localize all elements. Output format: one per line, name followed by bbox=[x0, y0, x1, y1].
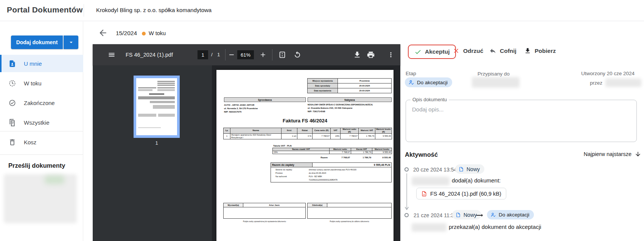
seller-details: AUTO - ARTIX JASIC ARTUR ul. Norwida 2, … bbox=[224, 104, 306, 114]
document-icon bbox=[459, 167, 464, 172]
zoom-out-icon[interactable] bbox=[228, 51, 235, 59]
print-icon[interactable] bbox=[367, 51, 375, 59]
sketch-line bbox=[149, 93, 164, 95]
pdf-content-area: Miejsce wystawienia Przemków Data sprzed… bbox=[212, 65, 400, 241]
status-label: W toku bbox=[149, 30, 166, 36]
page-total: 1 bbox=[217, 52, 220, 57]
sketch-line bbox=[153, 105, 175, 109]
sketch-line bbox=[138, 127, 161, 128]
page-number-input[interactable] bbox=[198, 50, 208, 59]
download-icon[interactable] bbox=[353, 51, 361, 59]
pdf-page: Miejsce wystawienia Przemków Data sprzed… bbox=[216, 70, 394, 241]
vat-cell: 1 786,79 bbox=[351, 151, 372, 154]
add-document-button[interactable]: Dodaj dokument bbox=[11, 36, 63, 49]
menu-icon[interactable] bbox=[108, 51, 115, 59]
status-badge-label: Do akceptacji bbox=[499, 212, 529, 218]
arrow-right-icon bbox=[475, 211, 484, 219]
zoom-level[interactable]: 61% bbox=[237, 50, 254, 59]
meta-value: 25-05-2024 bbox=[338, 88, 392, 93]
rotate-icon[interactable] bbox=[293, 51, 302, 59]
add-document-dropdown-button[interactable] bbox=[64, 36, 78, 49]
attachment-chip[interactable]: FS 46_2024 (1).pdf (60,9 kB) bbox=[416, 188, 506, 199]
pdf-toolbar: FS 46_2024 (1).pdf / 1 61% bbox=[93, 44, 400, 65]
stage-badge-label: Do akceptacji bbox=[417, 80, 448, 85]
payment-account-label: Na rachunek bbox=[271, 175, 309, 178]
payment-words-value: dziewięć tysięcy pięćset pięćdziesiąt pi… bbox=[309, 168, 356, 171]
item-cell: Wynajem apartamentu 420 Nosalowy Dwor Re… bbox=[230, 133, 282, 139]
sidebar-item-w-toku[interactable]: W toku bbox=[0, 74, 83, 92]
status-badge-nowy: Nowy bbox=[455, 164, 484, 174]
undo-button-label: Cofnij bbox=[500, 48, 516, 54]
more-vert-icon[interactable] bbox=[387, 51, 395, 59]
sidebar-item-label: Zakończone bbox=[24, 100, 55, 106]
items-header: Nazwa bbox=[230, 128, 282, 134]
vat-header: Kwota VAT bbox=[351, 148, 372, 151]
toolbar-divider bbox=[272, 49, 272, 60]
vat-table-caption: Tabela VAT - PLN bbox=[273, 145, 292, 147]
item-cell: 9 555,46 bbox=[375, 133, 392, 139]
vat-cell: 23% bbox=[273, 151, 330, 154]
item-cell: 1 bbox=[224, 133, 230, 139]
redacted-creator bbox=[605, 79, 641, 87]
contact-document-icon bbox=[8, 60, 16, 68]
issuer-signature-box bbox=[223, 207, 306, 219]
vat-total-vat: 1 786,79 bbox=[351, 156, 372, 159]
items-header: Rabat bbox=[297, 128, 313, 134]
topbar-divider bbox=[84, 4, 84, 17]
back-arrow-icon[interactable] bbox=[98, 28, 108, 38]
add-document-split-button: Dodaj dokument bbox=[11, 36, 78, 49]
check-icon bbox=[414, 48, 422, 56]
activity-sort-control[interactable]: Najpierw najstarsze bbox=[541, 151, 641, 158]
sidebar-item-kosz[interactable]: Kosz bbox=[0, 133, 83, 151]
item-cell: 7 768,67 bbox=[341, 133, 359, 139]
redacted-assignee bbox=[472, 77, 520, 88]
timeline-marker bbox=[404, 213, 409, 217]
sidebar-divider bbox=[0, 154, 83, 155]
activity-timestamp: 20 cze 2024 13:54 bbox=[413, 167, 457, 173]
payment-account-bank: PLN - BZ WBK bbox=[309, 175, 322, 178]
company-name: Krokodyl Bling sp. z o.o. spółka komandy… bbox=[96, 7, 212, 13]
created-by-label: przez bbox=[590, 80, 602, 86]
receiver-label: Odebrał(a) bbox=[308, 203, 327, 207]
fit-page-icon[interactable] bbox=[278, 51, 286, 59]
download-document-button[interactable]: Pobierz bbox=[524, 47, 556, 54]
items-header: Cena netto (R) bbox=[313, 128, 331, 134]
pdf-file-icon bbox=[421, 191, 427, 197]
zoom-in-icon[interactable] bbox=[259, 51, 267, 59]
activity-timestamp: 21 cze 2024 11:33 bbox=[414, 212, 457, 218]
reject-button[interactable]: Odrzuć bbox=[453, 47, 483, 54]
status-badge-label: Nowy bbox=[464, 212, 477, 218]
undo-button[interactable]: Cofnij bbox=[489, 47, 516, 54]
vat-table: Nazwa stawki VAT Wartość netto Kwota VAT… bbox=[272, 148, 392, 154]
item-cell: 1 786,79 bbox=[359, 133, 375, 139]
sort-label: Najpierw najstarsze bbox=[583, 151, 632, 157]
document-number: 15/2024 bbox=[116, 30, 137, 37]
description-input[interactable] bbox=[408, 103, 633, 136]
seller-address: ul. Norwida 2, 59-170 Przemków bbox=[224, 107, 306, 110]
sidebar-item-label: Wszystkie bbox=[24, 119, 50, 126]
accept-button[interactable]: Akceptuj bbox=[408, 45, 456, 59]
sketch-line bbox=[138, 96, 175, 99]
thumbnail-page-number: 1 bbox=[134, 140, 180, 146]
stage-badge: Do akceptacji bbox=[405, 77, 452, 87]
payment-total-label: Razem do zapłaty bbox=[271, 163, 313, 167]
sketch-line bbox=[157, 89, 175, 91]
sidebar-item-wszystkie[interactable]: Wszystkie bbox=[0, 113, 83, 131]
sketch-line bbox=[138, 87, 156, 88]
buyer-address: ul. Oswalda Balzera 21D, 34-500 Zakopane bbox=[308, 107, 392, 110]
assigned-to-label: Przypisany do bbox=[478, 71, 510, 77]
payment-details: Słownie do zapłaty dziewięć tysięcy pięć… bbox=[271, 167, 392, 182]
attachment-name: FS 46_2024 (1).pdf (60,9 kB) bbox=[430, 191, 501, 197]
vat-total-row: Razem 7 768,67 1 786,79 9 555,46 bbox=[272, 156, 392, 159]
buyer-name: NOSALOWY DWÓR SPÓŁKA Z OGRANICZONĄ ODPOW… bbox=[308, 104, 392, 107]
receiver-signature-caption: Podpis osoby upoważnionej do odbioru dok… bbox=[307, 221, 392, 222]
download-icon bbox=[524, 47, 531, 54]
sketch-line bbox=[157, 81, 175, 82]
page-thumbnail[interactable] bbox=[134, 76, 180, 138]
toolbar-divider bbox=[225, 49, 226, 60]
buyer-details: NOSALOWY DWÓR SPÓŁKA Z OGRANICZONĄ ODPOW… bbox=[308, 104, 392, 113]
sidebar-item-u-mnie[interactable]: U mnie bbox=[0, 55, 83, 72]
sidebar-item-zakonczone[interactable]: Zakończone bbox=[0, 94, 83, 112]
clock-icon bbox=[8, 79, 16, 87]
description-field: Opis dokumentu bbox=[406, 100, 637, 142]
